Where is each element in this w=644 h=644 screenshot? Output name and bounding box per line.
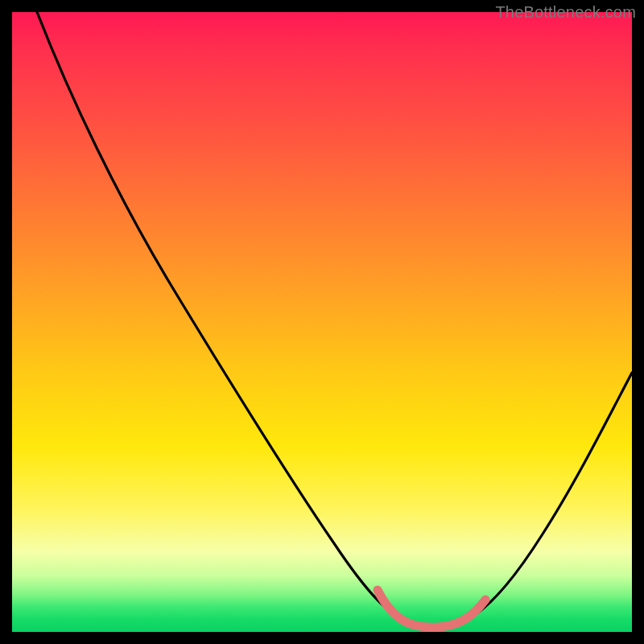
plot-area [12, 12, 632, 632]
watermark-text: TheBottleneck.com [495, 3, 636, 22]
highlight-segment [378, 590, 485, 627]
curve-overlay [12, 12, 632, 632]
chart-container: TheBottleneck.com [0, 0, 644, 644]
main-curve [37, 12, 632, 626]
